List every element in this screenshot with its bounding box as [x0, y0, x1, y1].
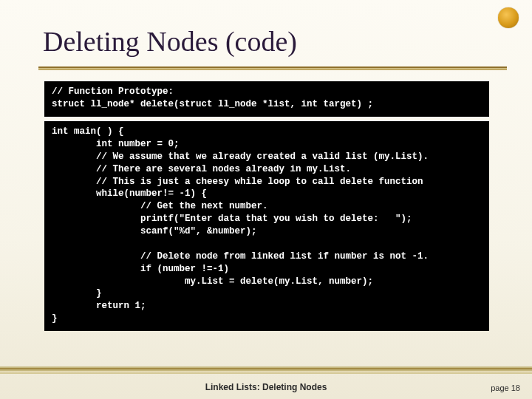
footer-divider [0, 366, 532, 374]
title-underline [38, 66, 507, 70]
code-block-prototype: // Function Prototype: struct ll_node* d… [44, 81, 489, 117]
slide: Deleting Nodes (code) // Function Protot… [0, 0, 532, 399]
slide-title: Deleting Nodes (code) [43, 25, 297, 58]
footer-page: page 18 [491, 383, 520, 392]
code-block-main: int main( ) { int number = 0; // We assu… [44, 121, 489, 331]
page-number: 18 [511, 383, 520, 392]
logo-icon [498, 7, 519, 28]
page-label: page [491, 383, 508, 392]
footer-title: Linked Lists: Deleting Nodes [0, 382, 532, 392]
